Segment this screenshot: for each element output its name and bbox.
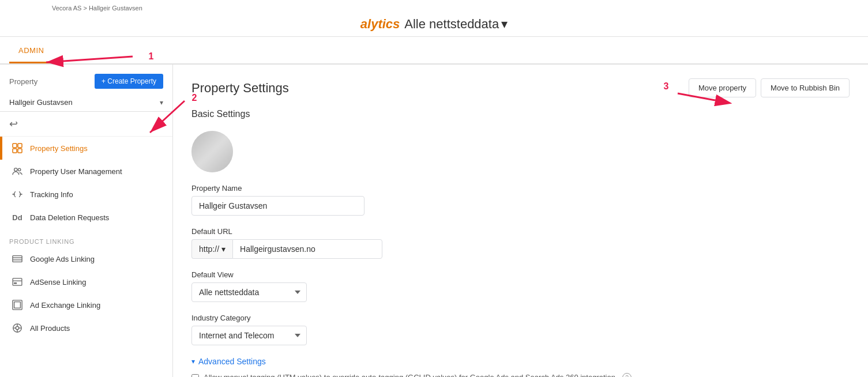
move-to-rubbish-bin-button[interactable]: Move to Rubbish Bin <box>761 78 850 97</box>
property-selector-name: Alle nettsteddata <box>404 17 499 32</box>
all-products-label: All Products <box>30 324 70 333</box>
profile-image <box>191 131 233 172</box>
default-url-label: Default URL <box>191 227 850 236</box>
property-column-label: Property <box>9 77 90 86</box>
svg-rect-11 <box>14 282 17 284</box>
property-dropdown[interactable]: Hallgeir Gustavsen ▾ <box>0 93 172 112</box>
svg-rect-2 <box>13 149 17 153</box>
app-logo: alytics <box>360 17 400 32</box>
ad-exchange-linking-icon <box>12 299 23 311</box>
url-protocol-select[interactable]: http:// ▾ <box>191 239 232 259</box>
property-user-management-icon <box>12 165 23 177</box>
manual-tagging-label: Allow manual tagging (UTM values) to ove… <box>204 373 615 377</box>
adsense-linking-label: AdSense Linking <box>30 278 87 286</box>
product-linking-header: PRODUCT LINKING <box>0 229 172 247</box>
advanced-settings-toggle[interactable]: ▾ Advanced Settings <box>191 357 850 366</box>
url-input[interactable] <box>232 239 382 259</box>
url-protocol-text: http:// <box>199 244 219 254</box>
page-title: Property Settings <box>191 81 289 96</box>
url-protocol-arrow-icon: ▾ <box>221 244 226 254</box>
svg-point-4 <box>14 168 17 171</box>
property-selector[interactable]: Alle nettsteddata ▾ <box>404 17 508 32</box>
svg-rect-6 <box>13 256 22 262</box>
data-deletion-icon: Dd <box>12 212 23 223</box>
property-dropdown-arrow-icon: ▾ <box>160 99 163 107</box>
property-settings-label: Property Settings <box>30 144 88 153</box>
tab-admin[interactable]: ADMIN <box>9 38 53 63</box>
industry-category-label: Industry Category <box>191 314 850 322</box>
sidebar-item-google-ads-linking[interactable]: Google Ads Linking <box>0 247 172 270</box>
manual-tagging-checkbox[interactable] <box>191 374 199 377</box>
sidebar-item-property-user-management[interactable]: Property User Management <box>0 160 172 183</box>
help-icon[interactable]: ? <box>622 373 632 377</box>
advanced-settings-label: Advanced Settings <box>198 357 266 366</box>
all-products-icon <box>12 322 23 334</box>
default-view-label: Default View <box>191 270 850 279</box>
move-property-button[interactable]: Move property <box>689 78 756 97</box>
property-name-label: Property Name <box>191 184 850 193</box>
default-view-select[interactable]: Alle nettsteddata <box>191 282 307 302</box>
breadcrumb: Vecora AS > Hallgeir Gustavsen <box>52 5 142 12</box>
sidebar-item-data-deletion-requests[interactable]: Dd Data Deletion Requests <box>0 206 172 229</box>
property-settings-icon <box>12 142 23 154</box>
sidebar-item-all-products[interactable]: All Products <box>0 316 172 340</box>
advanced-settings-chevron-icon: ▾ <box>191 357 195 365</box>
svg-rect-0 <box>13 144 17 148</box>
svg-point-15 <box>16 326 18 329</box>
data-deletion-label: Data Deletion Requests <box>30 213 109 222</box>
svg-rect-9 <box>13 278 22 285</box>
svg-rect-1 <box>18 144 22 148</box>
google-ads-linking-label: Google Ads Linking <box>30 255 95 263</box>
property-user-management-label: Property User Management <box>30 167 122 176</box>
property-dropdown-name: Hallgeir Gustavsen <box>9 98 157 107</box>
tracking-info-icon <box>12 188 23 200</box>
sidebar-item-property-settings[interactable]: Property Settings <box>0 137 172 160</box>
basic-settings-title: Basic Settings <box>191 109 850 119</box>
back-arrow-icon: ↩ <box>9 118 18 130</box>
sidebar-item-adsense-linking[interactable]: AdSense Linking <box>0 270 172 293</box>
tracking-info-label: Tracking Info <box>30 190 73 199</box>
google-ads-linking-icon <box>12 253 23 265</box>
svg-rect-3 <box>18 149 22 153</box>
property-name-input[interactable] <box>191 196 365 216</box>
sidebar-item-tracking-info[interactable]: Tracking Info <box>0 183 172 206</box>
svg-point-5 <box>18 168 20 171</box>
industry-category-select[interactable]: Internet and Telecom <box>191 326 307 345</box>
property-selector-arrow-icon: ▾ <box>501 17 508 32</box>
svg-rect-13 <box>14 302 21 308</box>
sidebar-item-ad-exchange-linking[interactable]: Ad Exchange Linking <box>0 293 172 316</box>
back-button[interactable]: ↩ <box>0 112 172 137</box>
adsense-linking-icon <box>12 276 23 288</box>
create-property-button[interactable]: + Create Property <box>95 74 163 89</box>
ad-exchange-linking-label: Ad Exchange Linking <box>30 301 100 310</box>
